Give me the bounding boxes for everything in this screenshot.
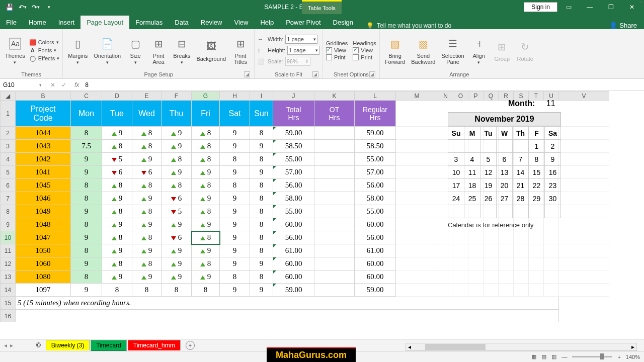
cell-data[interactable]: 9 [220,244,250,257]
height-select[interactable]: ↕Height:1 page▾ [258,46,319,55]
zoom-out-icon[interactable]: — [561,354,567,360]
cell-project[interactable]: 1097 [16,284,71,297]
row-header-13[interactable]: 13 [1,270,16,284]
cell-data[interactable]: 9 [132,270,162,284]
cell-data[interactable]: 8 [132,257,162,270]
ribbon-mode-icon[interactable]: ▭ [558,0,579,14]
cell-project[interactable]: 1048 [16,218,71,231]
cell-mon[interactable]: 8 [71,218,102,231]
sheet-tab-biweekly--3-[interactable]: Biweekly (3) [46,340,90,350]
cell-data[interactable]: 8 [192,140,220,153]
tell-me-input[interactable]: 💡 Tell me what you want to do [366,22,451,29]
cell-data[interactable]: 6 [132,166,162,179]
column-header-O[interactable]: O [453,92,468,101]
effects-button[interactable]: ◯Effects ▾ [29,55,59,62]
zoom-level[interactable]: 140% [626,354,640,360]
cell-mon[interactable]: 8 [71,244,102,257]
cell-project[interactable]: 1046 [16,192,71,205]
cell-data[interactable]: 9 [250,140,273,153]
column-header-Q[interactable]: Q [484,92,499,101]
column-header-P[interactable]: P [468,92,484,101]
cell-ot[interactable] [314,205,355,218]
column-header-E[interactable]: E [132,92,162,101]
cell-mon[interactable]: 9 [71,257,102,270]
cell-regular[interactable]: 59.00 [355,284,396,297]
cell-mon[interactable]: 9 [71,166,102,179]
cell-total[interactable]: 56.00 [273,179,314,192]
cell-data[interactable]: 8 [250,127,273,140]
cell-data[interactable]: 8 [132,179,162,192]
ribbon-tab-file[interactable]: File [0,16,23,29]
cell-data[interactable]: 9 [132,153,162,166]
cell-data[interactable]: 9 [162,270,192,284]
cell-ot[interactable] [314,244,355,257]
cell-data[interactable]: 8 [250,218,273,231]
sheet-nav-last-icon[interactable]: ▸ [10,342,13,349]
scale-launcher[interactable]: ◢ [312,71,318,77]
cell-mon[interactable]: 7.5 [71,140,102,153]
close-icon[interactable]: ✕ [622,0,642,14]
save-icon[interactable]: 💾 [4,2,15,13]
cell-data[interactable]: 8 [250,192,273,205]
row-header-12[interactable]: 12 [1,257,16,270]
cell-total[interactable]: 57.00 [273,166,314,179]
cell-data[interactable]: 8 [220,153,250,166]
cell-ot[interactable] [314,231,355,244]
column-header-K[interactable]: K [314,92,355,101]
cell-data[interactable]: 8 [250,179,273,192]
cell-data[interactable]: 5 [162,205,192,218]
row-header-7[interactable]: 7 [1,192,16,205]
cell-data[interactable]: 9 [220,218,250,231]
ribbon-tab-formulas[interactable]: Formulas [129,16,169,29]
ribbon-tab-power-pivot[interactable]: Power Pivot [280,16,327,29]
headings-view-checkbox[interactable]: View [353,47,376,53]
cell-data[interactable]: 8 [192,127,220,140]
breaks-button[interactable]: ⊟Breaks▾ [171,35,192,66]
cell-regular[interactable]: 55.00 [355,153,396,166]
column-header-N[interactable]: N [438,92,453,101]
column-header-H[interactable]: H [220,92,250,101]
column-header-I[interactable]: I [250,92,273,101]
cell-ot[interactable] [314,127,355,140]
ribbon-tab-insert[interactable]: Insert [52,16,81,29]
page-break-view-icon[interactable]: ▥ [551,353,556,360]
cell-data[interactable]: 9 [220,284,250,297]
row-header-16[interactable]: 16 [1,310,16,322]
cell-data[interactable]: 9 [250,257,273,270]
print-area-button[interactable]: ⊞Print Area [148,35,169,66]
row-header-2[interactable]: 2 [1,127,16,140]
cell-mon[interactable]: 9 [71,231,102,244]
ribbon-tab-data[interactable]: Data [169,16,194,29]
cell-mon[interactable]: 9 [71,153,102,166]
cell-total[interactable]: 60.00 [273,257,314,270]
cell-total[interactable]: 56.00 [273,231,314,244]
horizontal-scrollbar[interactable]: ◂▸ [406,343,637,351]
cell-data[interactable]: 9 [162,166,192,179]
cell-total[interactable]: 59.00 [273,284,314,297]
cell-data[interactable]: 9 [162,244,192,257]
cell-data[interactable]: 6 [162,192,192,205]
copyright-tab[interactable]: © [32,342,45,349]
cell-mon[interactable]: 9 [71,284,102,297]
cell-project[interactable]: 1050 [16,244,71,257]
cell-regular[interactable]: 56.00 [355,231,396,244]
selection-pane-button[interactable]: ☰Selection Pane [439,35,466,66]
column-header-V[interactable]: V [559,92,609,101]
new-sheet-button[interactable]: + [186,341,195,350]
zoom-in-icon[interactable]: + [617,354,620,360]
row-header-8[interactable]: 8 [1,205,16,218]
cell-regular[interactable]: 60.00 [355,257,396,270]
cell-ot[interactable] [314,166,355,179]
fonts-button[interactable]: AFonts ▾ [29,47,59,54]
column-header-B[interactable]: B [16,92,71,101]
headings-print-checkbox[interactable]: Print [353,54,376,60]
cell-data[interactable]: 9 [220,257,250,270]
cell-regular[interactable]: 61.00 [355,244,396,257]
align-button[interactable]: ⫞Align▾ [468,35,490,66]
colors-button[interactable]: 🟥Colors ▾ [29,39,59,46]
cell-ot[interactable] [314,218,355,231]
cell-regular[interactable]: 58.00 [355,192,396,205]
cell-data[interactable]: 8 [250,153,273,166]
cell-data[interactable]: 8 [102,257,132,270]
ribbon-tab-view[interactable]: View [228,16,254,29]
